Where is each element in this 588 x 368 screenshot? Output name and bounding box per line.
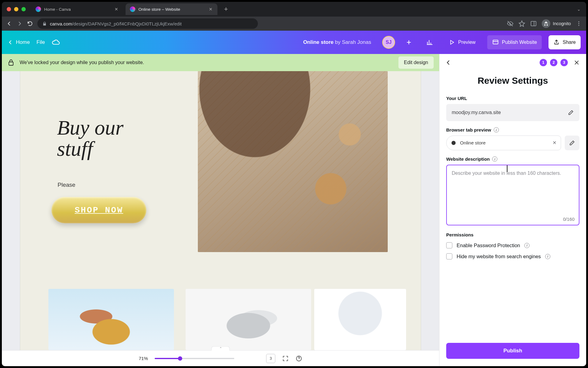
publish-settings-panel: 1 2 3 Review Settings Your URL moodjoy.m… (439, 54, 586, 366)
headline-text: Buy our stuff (57, 117, 123, 160)
svg-point-3 (578, 25, 579, 26)
url-value: moodjoy.my.canva.site (452, 110, 501, 115)
profile-incognito[interactable]: Incognito (542, 19, 571, 28)
preview-button[interactable]: Preview (443, 35, 481, 49)
window-close-dot[interactable] (7, 7, 11, 11)
svg-rect-5 (9, 62, 13, 65)
svg-point-2 (578, 23, 579, 24)
zoom-level: 71% (139, 356, 148, 361)
description-textarea[interactable]: Describe your website in less than 160 c… (446, 165, 579, 225)
svg-rect-0 (531, 21, 536, 26)
star-icon[interactable] (518, 20, 525, 27)
subheadline-text: Please (58, 182, 75, 188)
expand-pages-handle[interactable]: ⌃ (211, 346, 230, 351)
tab-title: Home - Canva (44, 7, 71, 12)
description-counter: 0/160 (563, 217, 575, 222)
edit-design-button[interactable]: Edit design (398, 56, 434, 69)
tab-title: Online store – Website (138, 7, 180, 12)
publish-steps: 1 2 3 (540, 59, 568, 66)
edit-tab-preview-button[interactable] (565, 136, 579, 150)
new-tab-button[interactable]: + (222, 5, 230, 13)
step-badge: 2 (550, 59, 557, 66)
panel-title: Review Settings (439, 71, 586, 93)
checkbox[interactable] (446, 242, 452, 248)
url-field: moodjoy.my.canva.site (446, 104, 579, 121)
text-cursor-icon (507, 165, 507, 172)
share-button[interactable]: Share (548, 35, 581, 49)
shop-now-button: SHOP NOW (51, 197, 146, 223)
panel-back-button[interactable] (445, 59, 452, 66)
publish-website-button[interactable]: Publish Website (487, 35, 542, 49)
info-icon[interactable]: i (545, 254, 550, 259)
file-menu[interactable]: File (36, 39, 45, 45)
product-image (48, 289, 174, 350)
help-icon[interactable] (296, 355, 302, 362)
your-url-label: Your URL (446, 96, 579, 101)
document-title[interactable]: Online store by Sarah Jonas (303, 39, 371, 45)
publish-lock-banner: We've locked your design while you publi… (2, 54, 439, 71)
hide-from-search-option[interactable]: Hide my website from search engines i (446, 253, 579, 259)
fullscreen-icon[interactable] (282, 355, 289, 362)
tab-preview-value: Online store (460, 140, 486, 146)
product-image (186, 289, 311, 350)
checkbox[interactable] (446, 253, 452, 259)
url-text: canva.com/design/DAFNVgs2_p0/f4CFnbQjxDi… (50, 21, 182, 26)
hero-image (198, 71, 388, 252)
nav-forward-button[interactable] (17, 21, 23, 27)
add-collaborator-button[interactable] (402, 35, 416, 49)
svg-point-7 (451, 141, 456, 145)
info-icon[interactable]: i (524, 243, 530, 248)
browser-tab-design[interactable]: Online store – Website ✕ (126, 3, 217, 15)
window-max-dot[interactable] (21, 7, 26, 11)
clear-icon[interactable]: ✕ (552, 140, 556, 146)
analytics-button[interactable] (423, 35, 437, 49)
page-count-button[interactable]: 3 (266, 354, 275, 363)
zoom-toolbar: ⌃ 71% 3 (2, 350, 439, 366)
design-canvas[interactable]: Buy our stuff Please SHOP NOW (2, 71, 439, 350)
window-min-dot[interactable] (14, 7, 18, 11)
svg-point-1 (578, 21, 579, 22)
edit-url-button[interactable] (568, 109, 574, 116)
info-icon[interactable]: i (494, 127, 499, 132)
description-label: Website descriptioni (446, 156, 579, 162)
incognito-icon (542, 19, 550, 28)
browser-toolbar: canva.com/design/DAFNVgs2_p0/f4CFnbQjxDi… (2, 17, 586, 31)
info-icon[interactable]: i (492, 156, 497, 162)
nav-reload-button[interactable] (27, 21, 33, 27)
window-traffic-lights (7, 7, 26, 11)
product-image (314, 289, 406, 350)
kebab-menu-icon[interactable] (576, 21, 582, 27)
avatar[interactable]: SJ (382, 36, 395, 49)
home-button[interactable]: Home (7, 39, 30, 45)
tab-overflow-icon[interactable]: ⌄ (577, 7, 581, 12)
lock-icon (7, 59, 15, 66)
tab-preview-label: Browser tab previewi (446, 127, 579, 132)
eye-off-icon[interactable] (507, 20, 514, 27)
address-bar[interactable]: canva.com/design/DAFNVgs2_p0/f4CFnbQjxDi… (37, 18, 258, 29)
canva-header: Home File Online store by Sarah Jonas SJ… (2, 31, 586, 54)
cloud-sync-icon[interactable] (52, 38, 60, 46)
lock-icon (42, 21, 47, 26)
tab-preview-chip: Online store ✕ (446, 136, 561, 150)
website-page: Buy our stuff Please SHOP NOW (20, 71, 421, 350)
zoom-slider[interactable] (155, 358, 234, 359)
password-protection-option[interactable]: Enable Password Protection i (446, 242, 579, 248)
step-badge: 3 (560, 59, 568, 66)
close-icon[interactable]: ✕ (114, 7, 119, 12)
canva-favicon-icon (36, 6, 41, 12)
step-badge: 1 (540, 59, 547, 66)
close-panel-button[interactable] (573, 59, 581, 67)
panel-icon[interactable] (530, 20, 537, 27)
publish-button[interactable]: Publish (446, 343, 579, 359)
lock-message: We've locked your design while you publi… (20, 60, 144, 65)
canva-favicon-icon (130, 6, 135, 12)
svg-rect-4 (493, 40, 498, 44)
browser-tab-strip: Home - Canva ✕ Online store – Website ✕ … (2, 2, 586, 17)
close-icon[interactable]: ✕ (208, 7, 213, 12)
permissions-label: Permissions (446, 232, 579, 237)
favicon-icon (451, 140, 456, 146)
nav-back-button[interactable] (6, 21, 12, 27)
browser-tab-home[interactable]: Home - Canva ✕ (31, 3, 123, 15)
